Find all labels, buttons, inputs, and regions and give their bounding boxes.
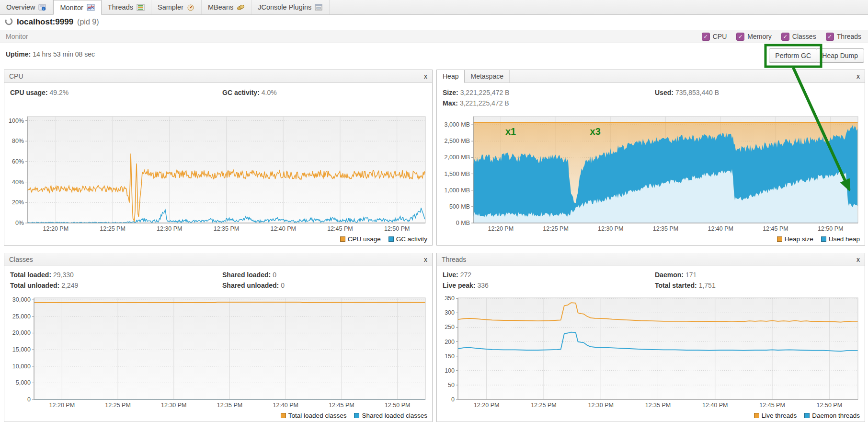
classes-stats: Total loaded:29,330 Total unloaded:2,249… — [4, 266, 432, 295]
threads-stats: Live:272 Live peak:336 Daemon:171 Total … — [437, 266, 865, 295]
controls-row: Uptime:14 hrs 53 min 08 sec Perform GC H… — [0, 43, 868, 69]
svg-text:25,000: 25,000 — [12, 313, 31, 320]
cpu-usage-stat: CPU usage:49.2% — [10, 89, 69, 96]
checkbox-threads-box[interactable]: ✓ — [826, 33, 834, 41]
tab-jconsole-plugins-label: JConsole Plugins — [258, 3, 311, 11]
heap-chart: 0 MB500 MB1,000 MB1,500 MB2,000 MB2,500 … — [437, 114, 865, 234]
svg-text:12:30 PM: 12:30 PM — [598, 225, 624, 232]
legend-item: CPU usage — [340, 235, 381, 243]
svg-text:80%: 80% — [12, 138, 24, 144]
checkbox-cpu-label: CPU — [713, 33, 727, 40]
checkbox-cpu-box[interactable]: ✓ — [702, 33, 710, 41]
heap-dump-button[interactable]: Heap Dump — [816, 48, 864, 63]
svg-text:12:40 PM: 12:40 PM — [702, 402, 728, 409]
tab-mbeans-label: MBeans — [208, 3, 233, 11]
tab-sampler[interactable]: Sampler — [151, 0, 202, 14]
svg-text:20%: 20% — [12, 199, 24, 206]
shared-unloaded-stat: Shared unloaded:0 — [222, 282, 285, 289]
tab-monitor[interactable]: Monitor — [53, 0, 101, 15]
checkbox-classes-box[interactable]: ✓ — [781, 33, 789, 41]
tab-metaspace[interactable]: Metaspace — [465, 70, 509, 82]
connection-header: localhost:9999 (pid 9) — [0, 15, 99, 29]
legend-item: Heap size — [777, 235, 813, 243]
svg-text:0%: 0% — [15, 220, 24, 226]
gc-activity-stat: GC activity:4.0% — [222, 89, 277, 96]
cpu-close-icon[interactable]: x — [424, 70, 427, 82]
view-checkboxes: ✓CPU ✓Memory ✓Classes ✓Threads — [702, 33, 861, 41]
checkbox-threads[interactable]: ✓Threads — [826, 33, 861, 41]
tab-heap[interactable]: Heap — [437, 70, 465, 83]
checkbox-classes[interactable]: ✓Classes — [781, 33, 816, 41]
overview-icon: i — [38, 4, 46, 11]
checkbox-memory-label: Memory — [747, 33, 772, 40]
daemon-threads-stat: Daemon:171 — [655, 271, 697, 279]
tab-threads[interactable]: Threads — [102, 0, 151, 14]
classes-panel: Classesx Total loaded:29,330 Total unloa… — [4, 253, 433, 422]
mbeans-icon — [237, 4, 245, 11]
heap-close-icon[interactable]: x — [857, 70, 860, 82]
cpu-panel: CPUx CPU usage:49.2% GC activity:4.0% 0%… — [4, 70, 433, 246]
total-started-stat: Total started:1,751 — [655, 282, 716, 289]
svg-text:12:50 PM: 12:50 PM — [817, 402, 843, 409]
threads-icon — [137, 4, 145, 11]
svg-text:12:40 PM: 12:40 PM — [270, 225, 296, 232]
threads-close-icon[interactable]: x — [857, 253, 860, 266]
heap-size-stat: Size:3,221,225,472 B — [443, 89, 509, 96]
monitor-icon — [87, 4, 95, 11]
svg-text:300: 300 — [445, 309, 455, 316]
checkbox-memory[interactable]: ✓Memory — [736, 33, 772, 41]
classes-panel-titlebar: Classesx — [4, 253, 432, 266]
legend-item: Live threads — [754, 412, 797, 419]
checkbox-memory-box[interactable]: ✓ — [736, 33, 744, 41]
svg-text:12:35 PM: 12:35 PM — [214, 225, 240, 232]
heap-panel-titlebar: Heap Metaspace x — [437, 70, 865, 83]
svg-text:12:40 PM: 12:40 PM — [273, 402, 298, 409]
checkbox-classes-label: Classes — [792, 33, 816, 40]
svg-text:12:25 PM: 12:25 PM — [105, 402, 131, 409]
cpu-panel-title: CPU — [9, 72, 23, 80]
uptime: Uptime:14 hrs 53 min 08 sec — [6, 50, 95, 58]
monitor-section-bar: Monitor ✓CPU ✓Memory ✓Classes ✓Threads — [0, 30, 868, 43]
legend-item: Total loaded classes — [281, 412, 347, 419]
classes-chart-legend: Total loaded classesShared loaded classe… — [4, 409, 427, 422]
svg-text:50: 50 — [448, 382, 455, 388]
heap-max-stat: Max:3,221,225,472 B — [443, 99, 509, 107]
svg-text:10,000: 10,000 — [12, 363, 31, 370]
svg-text:12:35 PM: 12:35 PM — [217, 402, 243, 409]
connection-name: localhost:9999 — [17, 17, 73, 27]
total-loaded-stat: Total loaded:29,330 — [10, 271, 74, 279]
svg-text:0: 0 — [451, 396, 455, 403]
jconsole-plugins-icon — [315, 4, 323, 11]
heap-chart-legend: Heap sizeUsed heap — [437, 233, 860, 245]
cpu-chart: 0%20%40%60%80%100%12:20 PM12:25 PM12:30 … — [4, 114, 432, 234]
checkbox-threads-label: Threads — [837, 33, 861, 40]
svg-text:12:30 PM: 12:30 PM — [161, 402, 187, 409]
svg-text:12:45 PM: 12:45 PM — [759, 402, 785, 409]
svg-text:12:50 PM: 12:50 PM — [818, 225, 844, 232]
svg-text:12:20 PM: 12:20 PM — [49, 402, 75, 409]
tab-jconsole-plugins[interactable]: JConsole Plugins — [251, 0, 330, 14]
uptime-value: 14 hrs 53 min 08 sec — [33, 50, 95, 58]
tab-mbeans[interactable]: MBeans — [202, 0, 251, 14]
svg-text:0 MB: 0 MB — [456, 220, 470, 226]
tab-overview[interactable]: Overview i — [0, 0, 53, 14]
total-unloaded-stat: Total unloaded:2,249 — [10, 282, 78, 289]
svg-text:20,000: 20,000 — [12, 329, 31, 336]
uptime-label: Uptime: — [6, 50, 31, 58]
cpu-panel-titlebar: CPUx — [4, 70, 432, 83]
main-tab-bar: Overview i Monitor Threads Sampler MBean… — [0, 0, 868, 15]
svg-text:12:50 PM: 12:50 PM — [384, 225, 410, 232]
heap-panel: Heap Metaspace x Size:3,221,225,472 B Ma… — [436, 70, 865, 246]
cpu-stats: CPU usage:49.2% GC activity:4.0% — [4, 83, 432, 114]
checkbox-cpu[interactable]: ✓CPU — [702, 33, 727, 41]
classes-close-icon[interactable]: x — [424, 253, 427, 266]
svg-text:60%: 60% — [12, 158, 24, 165]
svg-text:12:25 PM: 12:25 PM — [531, 402, 557, 409]
perform-gc-button[interactable]: Perform GC — [769, 48, 817, 63]
svg-text:12:25 PM: 12:25 PM — [100, 225, 126, 232]
svg-text:150: 150 — [445, 353, 455, 360]
svg-text:100%: 100% — [9, 118, 24, 124]
cpu-chart-legend: CPU usageGC activity — [4, 233, 427, 245]
svg-text:12:20 PM: 12:20 PM — [43, 225, 69, 232]
live-peak-stat: Live peak:336 — [443, 282, 489, 289]
